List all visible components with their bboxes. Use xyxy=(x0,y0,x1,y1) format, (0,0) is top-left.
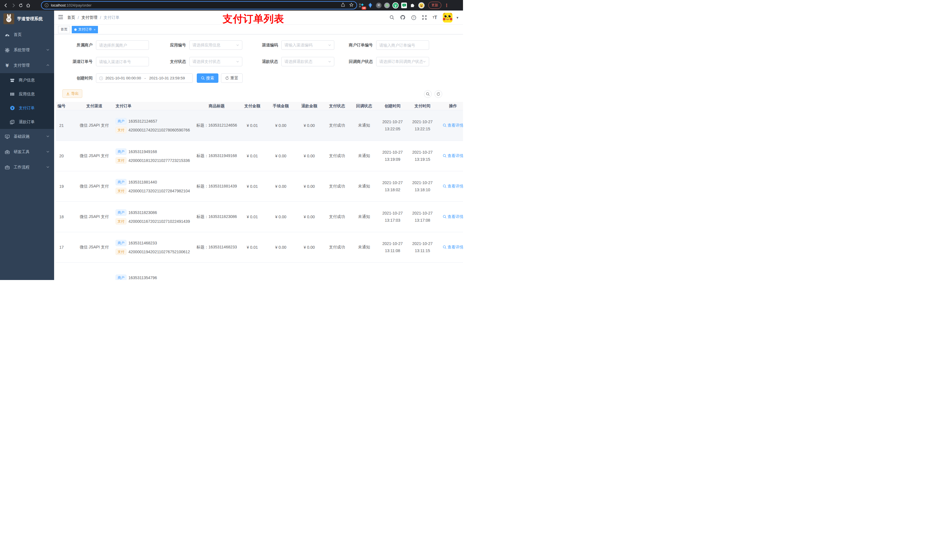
status-badge: 支付成功 xyxy=(324,245,351,250)
filter-label: 退款状态 xyxy=(260,59,281,64)
merchant-input-field[interactable] xyxy=(99,43,146,48)
url-host: localhost xyxy=(51,3,65,8)
col-create-time: 创建时间 xyxy=(378,104,407,109)
channel-code-select[interactable]: 请输入渠道编码 xyxy=(281,41,334,50)
sidebar-toggle-icon[interactable] xyxy=(54,15,67,21)
ext-puzzle-icon[interactable] xyxy=(410,2,416,9)
ext-emoji-avatar[interactable] xyxy=(418,2,425,9)
select-placeholder: 请输入渠道编码 xyxy=(284,43,312,48)
toggle-search-button[interactable] xyxy=(424,90,432,98)
browser-forward-icon[interactable] xyxy=(10,2,17,9)
tag-pay-order[interactable]: 支付订单 × xyxy=(72,26,98,33)
select-placeholder: 请选择支付状态 xyxy=(192,59,220,64)
merchant-order-no-field[interactable] xyxy=(379,43,426,48)
refresh-button[interactable] xyxy=(434,90,442,98)
sidebar-item-home[interactable]: 首页 xyxy=(0,27,54,42)
pay-status-select[interactable]: 请选择支付状态 xyxy=(189,57,242,66)
close-icon[interactable]: × xyxy=(94,28,95,31)
chevron-down-icon xyxy=(328,43,331,48)
sidebar-item-merchant-info[interactable]: 商户信息 xyxy=(0,73,54,87)
sidebar-item-app-info[interactable]: 应用信息 xyxy=(0,87,54,101)
ext-command-icon[interactable]: ⌘ xyxy=(376,3,381,8)
sidebar-item-system[interactable]: 系统管理 xyxy=(0,42,54,58)
orders-table: 编号 支付渠道 支付订单 商品标题 支付金额 手续金额 退款金额 支付状态 回调… xyxy=(56,102,463,280)
ext-tabs-icon[interactable]: 10 xyxy=(358,2,365,9)
sidebar-item-infra[interactable]: 基础设施 xyxy=(0,129,54,144)
caret-down-icon[interactable]: ▼ xyxy=(456,16,459,20)
grid-icon xyxy=(10,92,15,97)
table-row: 21 微信 JSAPI 支付 商户1635312124657 支付4200001… xyxy=(56,110,463,141)
pay-badge: 支付 xyxy=(116,188,126,194)
user-avatar[interactable] xyxy=(443,13,452,23)
breadcrumb-home[interactable]: 首页 xyxy=(67,15,75,20)
view-detail-link[interactable]: 查看详情 xyxy=(443,123,463,128)
search-icon[interactable] xyxy=(390,15,394,20)
site-info-icon[interactable] xyxy=(44,3,49,8)
refund-status-select[interactable]: 请选择退款状态 xyxy=(281,57,334,66)
pay-badge: 支付 xyxy=(116,157,126,164)
browser-home-icon[interactable] xyxy=(24,2,32,9)
select-placeholder: 请选择退款状态 xyxy=(284,59,312,64)
reset-button[interactable]: 重置 xyxy=(221,73,243,83)
col-status: 支付状态 xyxy=(324,104,351,109)
table-row: 18 微信 JSAPI 支付 商户1635311823086 支付4200001… xyxy=(56,202,463,232)
annotation-overlay: 支付订单列表 xyxy=(191,12,316,26)
tag-home[interactable]: 首页 xyxy=(58,26,70,33)
view-detail-link[interactable]: 查看详情 xyxy=(443,245,463,250)
sidebar-item-label: 应用信息 xyxy=(19,92,35,97)
ext-y-icon[interactable]: y xyxy=(392,2,399,9)
search-button[interactable]: 搜索 xyxy=(197,73,218,83)
filter-label: 支付状态 xyxy=(167,59,189,64)
ext-green-dot-icon[interactable] xyxy=(384,3,390,8)
date-start: 2021-10-01 00:00:00 xyxy=(105,76,141,80)
status-badge: 支付成功 xyxy=(324,153,351,158)
merchant-badge: 商户 xyxy=(116,210,126,216)
font-size-icon[interactable]: TT xyxy=(433,15,437,20)
channel-order-no-input[interactable] xyxy=(96,57,149,66)
logo-image xyxy=(3,14,14,24)
view-detail-link[interactable]: 查看详情 xyxy=(443,184,463,189)
clock-icon xyxy=(99,76,103,80)
app-logo[interactable]: 芋道管理系统 xyxy=(0,11,54,27)
filter-label: 渠道编码 xyxy=(260,43,281,48)
sidebar-item-workflow[interactable]: 工作流程 xyxy=(0,160,54,175)
col-pay-time: 支付时间 xyxy=(407,104,437,109)
status-badge: 支付成功 xyxy=(324,184,351,189)
update-button[interactable]: 更新 xyxy=(428,2,441,9)
merchant-input[interactable] xyxy=(96,41,149,50)
sidebar-item-label: 商户信息 xyxy=(19,78,35,83)
fullscreen-icon[interactable] xyxy=(422,15,427,20)
channel-order-no-field[interactable] xyxy=(99,59,146,64)
col-title: 商品标题 xyxy=(195,104,238,109)
sidebar-item-pay-order[interactable]: 支付订单 xyxy=(0,101,54,115)
app-select[interactable]: 请选择应用信息 xyxy=(189,41,242,50)
filter-label: 所属商户 xyxy=(60,43,96,48)
chevron-down-icon xyxy=(46,150,50,154)
sidebar-item-dev-tools[interactable]: 研发工具 xyxy=(0,144,54,160)
bookmark-star-icon[interactable] xyxy=(349,3,354,8)
filter-row-3: 创建时间 2021-10-01 00:00:00 - 2021-10-31 23… xyxy=(60,73,243,83)
browser-back-icon[interactable] xyxy=(2,2,10,9)
sidebar-item-pay[interactable]: ¥ 支付管理 xyxy=(0,58,54,73)
address-bar[interactable]: localhost:1024/pay/order xyxy=(41,1,357,9)
browser-reload-icon[interactable] xyxy=(17,2,24,9)
document-copy-icon xyxy=(10,119,15,125)
notify-status-select[interactable]: 请选择订单回调商户状态 xyxy=(376,57,429,66)
breadcrumb-current: 支付订单 xyxy=(104,15,120,20)
main-content: 所属商户 应用编号 请选择应用信息 渠道编码 请输入渠道编码 商户订单编号 渠道… xyxy=(54,35,463,280)
share-icon[interactable] xyxy=(341,3,345,8)
breadcrumb-pay[interactable]: 支付管理 xyxy=(82,15,97,20)
chevron-down-icon xyxy=(236,59,239,64)
view-detail-link[interactable]: 查看详情 xyxy=(443,153,463,158)
sidebar-item-refund-order[interactable]: 退款订单 xyxy=(0,115,54,129)
ext-gem-icon[interactable] xyxy=(367,2,373,9)
pay-badge: 支付 xyxy=(116,218,126,225)
export-button[interactable]: 导出 xyxy=(62,89,82,98)
date-range-picker[interactable]: 2021-10-01 00:00:00 - 2021-10-31 23:59:5… xyxy=(96,73,193,83)
view-detail-link[interactable]: 查看详情 xyxy=(443,214,463,219)
help-icon[interactable]: ? xyxy=(411,15,416,20)
merchant-order-no-input[interactable] xyxy=(376,41,429,50)
github-icon[interactable] xyxy=(400,15,406,20)
ext-chat-icon[interactable] xyxy=(401,3,407,8)
browser-menu-icon[interactable]: ⋮ xyxy=(445,3,449,8)
